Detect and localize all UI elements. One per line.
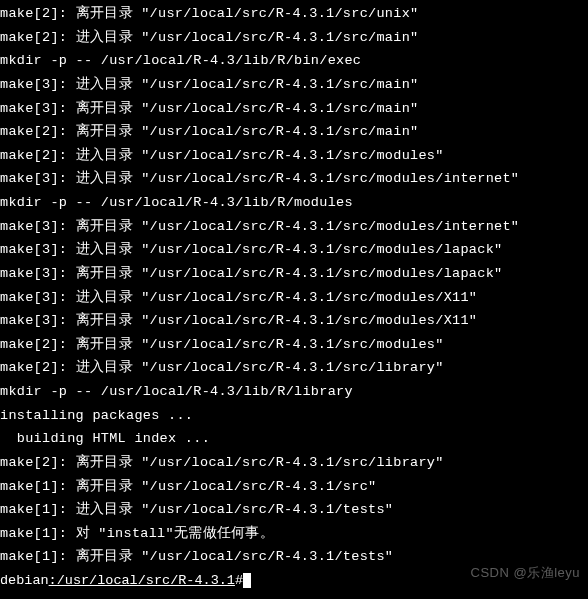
- terminal-line: make[1]: 对 "install"无需做任何事。: [0, 522, 588, 546]
- terminal-line: make[2]: 离开目录 "/usr/local/src/R-4.3.1/sr…: [0, 333, 588, 357]
- terminal-line: make[3]: 进入目录 "/usr/local/src/R-4.3.1/sr…: [0, 73, 588, 97]
- cursor: [243, 573, 251, 588]
- terminal-line: make[3]: 离开目录 "/usr/local/src/R-4.3.1/sr…: [0, 97, 588, 121]
- terminal-line: make[1]: 离开目录 "/usr/local/src/R-4.3.1/te…: [0, 545, 588, 569]
- terminal-output: make[2]: 离开目录 "/usr/local/src/R-4.3.1/sr…: [0, 2, 588, 569]
- terminal-line: make[1]: 离开目录 "/usr/local/src/R-4.3.1/sr…: [0, 475, 588, 499]
- prompt-host: debian: [0, 573, 49, 588]
- terminal-line: mkdir -p -- /usr/local/R-4.3/lib/R/bin/e…: [0, 49, 588, 73]
- terminal-line: mkdir -p -- /usr/local/R-4.3/lib/R/modul…: [0, 191, 588, 215]
- terminal-line: make[2]: 离开目录 "/usr/local/src/R-4.3.1/sr…: [0, 120, 588, 144]
- terminal-line: make[3]: 进入目录 "/usr/local/src/R-4.3.1/sr…: [0, 167, 588, 191]
- terminal-line: make[3]: 离开目录 "/usr/local/src/R-4.3.1/sr…: [0, 262, 588, 286]
- terminal-prompt[interactable]: debian:/usr/local/src/R-4.3.1#: [0, 569, 588, 593]
- terminal-line: building HTML index ...: [0, 427, 588, 451]
- prompt-suffix: #: [235, 573, 243, 588]
- terminal-line: make[3]: 进入目录 "/usr/local/src/R-4.3.1/sr…: [0, 286, 588, 310]
- terminal-line: make[3]: 离开目录 "/usr/local/src/R-4.3.1/sr…: [0, 309, 588, 333]
- prompt-path: :/usr/local/src/R-4.3.1: [49, 573, 235, 588]
- terminal-line: make[2]: 离开目录 "/usr/local/src/R-4.3.1/sr…: [0, 451, 588, 475]
- terminal-line: make[2]: 进入目录 "/usr/local/src/R-4.3.1/sr…: [0, 356, 588, 380]
- terminal-line: make[3]: 进入目录 "/usr/local/src/R-4.3.1/sr…: [0, 238, 588, 262]
- terminal-line: make[2]: 离开目录 "/usr/local/src/R-4.3.1/sr…: [0, 2, 588, 26]
- terminal-line: make[1]: 进入目录 "/usr/local/src/R-4.3.1/te…: [0, 498, 588, 522]
- terminal-line: mkdir -p -- /usr/local/R-4.3/lib/R/libra…: [0, 380, 588, 404]
- terminal-line: make[3]: 离开目录 "/usr/local/src/R-4.3.1/sr…: [0, 215, 588, 239]
- terminal-line: make[2]: 进入目录 "/usr/local/src/R-4.3.1/sr…: [0, 26, 588, 50]
- terminal-line: installing packages ...: [0, 404, 588, 428]
- terminal-line: make[2]: 进入目录 "/usr/local/src/R-4.3.1/sr…: [0, 144, 588, 168]
